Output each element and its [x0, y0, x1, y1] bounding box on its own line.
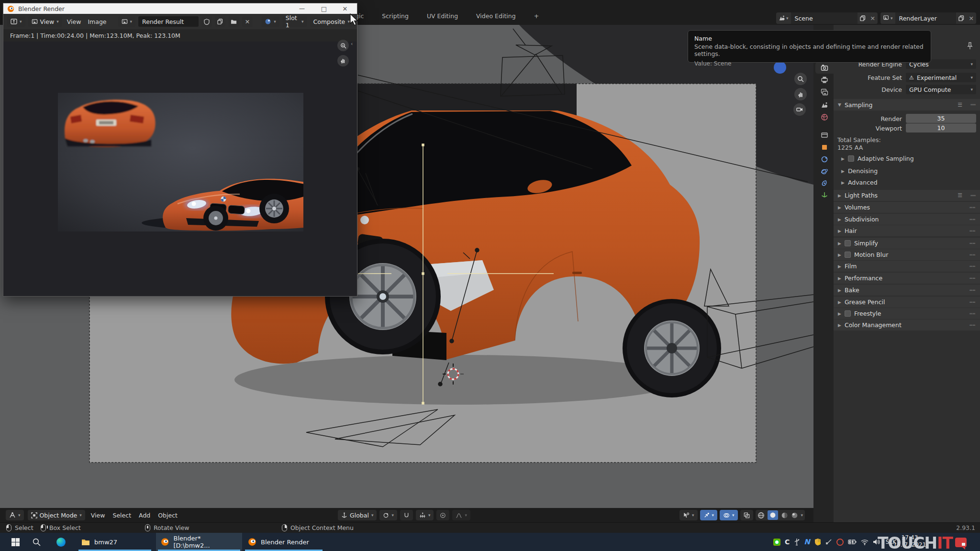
pan-hand-gizmo-icon[interactable]	[337, 55, 349, 66]
nvidia-icon[interactable]	[773, 539, 780, 546]
panel-freestyle[interactable]: ▶Freestyle══	[834, 308, 980, 319]
freestyle-checkbox[interactable]	[845, 310, 851, 317]
minimize-icon[interactable]: —	[294, 3, 310, 14]
panel-hair[interactable]: ▶Hair══	[834, 225, 980, 236]
drag-handle-icon[interactable]: ══	[969, 205, 976, 210]
tab-object-properties[interactable]	[815, 142, 834, 153]
tab-object-data-properties[interactable]	[815, 189, 834, 200]
subpanel-denoising[interactable]: ▶ Denoising	[841, 167, 878, 175]
subpanel-advanced[interactable]: ▶ Advanced	[841, 179, 878, 186]
drag-handle-icon[interactable]: ══	[970, 102, 976, 107]
drag-handle-icon[interactable]: ══	[969, 276, 976, 281]
tab-view-layer-properties[interactable]	[815, 87, 834, 98]
view-layer-icon[interactable]: ▾	[880, 12, 895, 24]
copy-icon[interactable]	[858, 12, 868, 24]
panel-motion-blur[interactable]: ▶Motion Blur══	[834, 249, 980, 260]
drag-handle-icon[interactable]: ══	[969, 229, 976, 233]
pin-icon[interactable]	[967, 42, 973, 50]
panel-subdivision[interactable]: ▶Subdivision══	[834, 214, 980, 225]
zoom-gizmo-icon[interactable]	[794, 73, 807, 85]
panel-volumes[interactable]: ▶Volumes══	[834, 202, 980, 213]
taskbar-item-blender-main[interactable]: Blender* [D:\bmw2...	[156, 533, 242, 551]
subpanel-adaptive-sampling[interactable]: ▶ Adaptive Sampling	[841, 155, 914, 162]
shading-wireframe-icon[interactable]	[757, 512, 765, 519]
motion-blur-checkbox[interactable]	[845, 252, 851, 258]
panel-simplify[interactable]: ▶Simplify══	[834, 238, 980, 249]
proportional-editing-toggle[interactable]	[436, 510, 449, 520]
drag-handle-icon[interactable]: ══	[969, 241, 976, 246]
unlink-icon[interactable]: ✕	[967, 12, 976, 24]
maximize-icon[interactable]: □	[316, 3, 332, 14]
image-datablock-icon[interactable]: ▾	[118, 16, 136, 27]
render-pass-icon-button[interactable]: ▾	[261, 16, 279, 27]
scene-icon[interactable]: ▾	[776, 12, 791, 24]
shading-rendered-icon[interactable]	[791, 512, 798, 519]
copy-icon[interactable]	[956, 12, 967, 24]
unlink-icon[interactable]: ✕	[242, 16, 253, 27]
tab-output-properties[interactable]	[815, 74, 834, 86]
drag-handle-icon[interactable]: ══	[969, 311, 976, 316]
render-layer-name[interactable]: RenderLayer	[895, 15, 956, 22]
menu-view[interactable]: View	[89, 512, 107, 519]
shading-solid-icon[interactable]	[768, 510, 778, 520]
snap-toggle[interactable]	[400, 510, 413, 520]
preset-list-icon[interactable]: ☰	[958, 192, 963, 198]
proportional-falloff-dropdown[interactable]: ▾	[452, 510, 470, 520]
slot-dropdown[interactable]: Slot 1▾	[282, 16, 307, 27]
menu-image[interactable]: Image	[86, 18, 108, 25]
xray-toggle[interactable]	[740, 510, 753, 520]
panel-color-management[interactable]: ▶Color Management══	[834, 320, 980, 331]
tab-uv-editing[interactable]: UV Editing	[427, 12, 458, 20]
adaptive-sampling-checkbox[interactable]	[848, 155, 854, 162]
object-visibility-dropdown[interactable]: ▾	[679, 510, 698, 520]
samples-render-field[interactable]: 35	[906, 114, 976, 123]
update-icon[interactable]: C	[785, 538, 790, 546]
editor-type-button[interactable]: ▾	[7, 16, 25, 27]
render-result-area[interactable]: ‹	[3, 42, 357, 296]
creative-cloud-icon[interactable]	[836, 539, 844, 546]
panel-performance[interactable]: ▶Performance══	[834, 273, 980, 284]
battery-icon[interactable]	[848, 539, 857, 545]
image-name-field[interactable]: Render Result	[138, 16, 199, 27]
pass-dropdown[interactable]: Composite▾	[310, 16, 353, 27]
drag-handle-icon[interactable]: ══	[969, 217, 976, 222]
render-window[interactable]: Blender Render — □ ✕ ▾ View▾ View Image …	[3, 3, 357, 297]
panel-light-paths[interactable]: ▶Light Paths ☰ ══	[834, 190, 980, 201]
taskbar-item-blender-render[interactable]: Blender Render	[243, 533, 324, 551]
feature-set-dropdown[interactable]: ⚠ Experimental▾	[906, 73, 976, 82]
drag-handle-icon[interactable]: ══	[969, 288, 976, 293]
open-folder-icon[interactable]	[228, 16, 239, 27]
editor-type-button[interactable]: ▾	[6, 510, 24, 520]
wifi-icon[interactable]	[861, 539, 869, 545]
fake-user-shield-icon[interactable]	[201, 16, 212, 27]
taskbar-item-folder[interactable]: bmw27	[77, 533, 153, 551]
tab-collection-properties[interactable]	[815, 129, 834, 141]
scene-selector[interactable]: ▾ Scene ✕	[776, 12, 878, 24]
drag-handle-icon[interactable]: ══	[969, 300, 976, 305]
copy-icon[interactable]	[215, 16, 225, 27]
shading-material-icon[interactable]	[781, 512, 788, 519]
simplify-checkbox[interactable]	[845, 240, 851, 246]
overlays-toggle-dropdown[interactable]: ▾	[720, 510, 738, 520]
device-dropdown[interactable]: GPU Compute▾	[906, 85, 976, 94]
usb-icon[interactable]	[794, 538, 800, 546]
camera-view-gizmo-icon[interactable]	[793, 103, 806, 116]
render-window-titlebar[interactable]: Blender Render — □ ✕	[3, 3, 357, 14]
render-layer-selector[interactable]: ▾ RenderLayer ✕	[880, 12, 976, 24]
zoom-gizmo-icon[interactable]	[337, 40, 349, 51]
menu-object[interactable]: Object	[156, 512, 179, 519]
transform-orientation-dropdown[interactable]: Global▾	[338, 510, 377, 520]
drag-handle-icon[interactable]: ══	[969, 253, 976, 257]
drag-handle-icon[interactable]: ══	[969, 323, 976, 328]
menu-add[interactable]: Add	[137, 512, 152, 519]
view-mode-dropdown[interactable]: View▾	[28, 16, 62, 27]
panel-sampling[interactable]: ▼ Sampling ☰ ══	[834, 99, 980, 110]
close-icon[interactable]: ✕	[337, 3, 353, 14]
mode-dropdown[interactable]: Object Mode ▾	[28, 510, 85, 520]
tab-constraints-properties[interactable]	[815, 154, 834, 165]
taskbar-search-button[interactable]	[28, 533, 45, 551]
unlink-icon[interactable]: ✕	[868, 12, 878, 24]
panel-bake[interactable]: ▶Bake══	[834, 285, 980, 296]
menu-select[interactable]: Select	[111, 512, 133, 519]
tab-video-editing[interactable]: Video Editing	[476, 12, 516, 20]
